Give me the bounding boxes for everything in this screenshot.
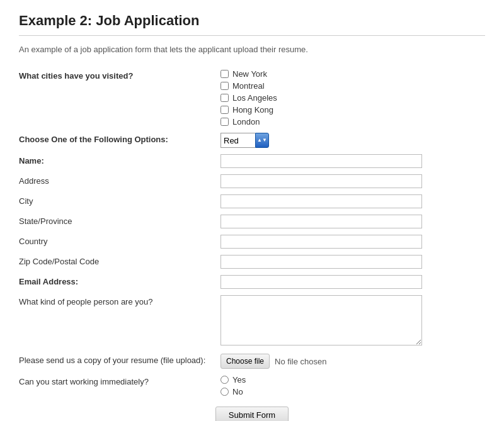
name-row: Name: [19, 154, 485, 168]
job-application-form: What cities have you visited? New York M… [19, 69, 485, 421]
country-label: Country [19, 235, 220, 246]
country-control [220, 235, 485, 249]
list-item[interactable]: Los Angeles [220, 93, 485, 103]
list-item[interactable]: Hong Kong [220, 105, 485, 115]
cities-row: What cities have you visited? New York M… [19, 69, 485, 126]
city-london-label: London [232, 117, 260, 126]
address-row: Address [19, 174, 485, 188]
list-item[interactable]: Yes [220, 375, 485, 385]
city-row: City [19, 194, 485, 208]
people-row: What kind of people person are you? [19, 295, 485, 347]
zip-row: Zip Code/Postal Code [19, 255, 485, 269]
page-title: Example 2: Job Application [19, 13, 485, 29]
submit-row: Submit Form [19, 407, 485, 421]
color-select[interactable]: Red Blue Green Yellow [220, 133, 255, 148]
yes-label: Yes [232, 375, 246, 385]
address-input[interactable] [220, 174, 422, 188]
people-label: What kind of people person are you? [19, 295, 220, 306]
list-item[interactable]: Montreal [220, 81, 485, 91]
divider [19, 35, 485, 36]
state-input[interactable] [220, 215, 422, 228]
options-label: Choose One of the Following Options: [19, 133, 220, 144]
file-upload-area: Choose file No file chosen [220, 354, 485, 369]
checkbox-london[interactable] [220, 118, 229, 126]
options-control: Red Blue Green Yellow [220, 133, 485, 148]
start-label: Can you start working immediately? [19, 375, 220, 386]
color-select-wrapper: Red Blue Green Yellow [220, 133, 485, 148]
start-row: Can you start working immediately? Yes N… [19, 375, 485, 396]
list-item[interactable]: London [220, 117, 485, 126]
email-control [220, 275, 485, 289]
select-arrow-icon[interactable] [255, 133, 269, 148]
email-row: Email Address: [19, 275, 485, 289]
state-control [220, 215, 485, 228]
address-label: Address [19, 174, 220, 186]
submit-button[interactable]: Submit Form [215, 407, 289, 421]
city-label: City [19, 194, 220, 206]
list-item[interactable]: No [220, 387, 485, 396]
radio-no[interactable] [220, 388, 229, 396]
city-montreal-label: Montreal [232, 81, 265, 91]
resume-row: Please send us a copy of your resume (fi… [19, 354, 485, 369]
checkbox-new-york[interactable] [220, 70, 229, 78]
city-hong-kong-label: Hong Kong [232, 105, 273, 115]
zip-input[interactable] [220, 255, 422, 269]
name-label: Name: [19, 154, 220, 166]
checkbox-los-angeles[interactable] [220, 94, 229, 102]
zip-control [220, 255, 485, 269]
state-label: State/Province [19, 215, 220, 226]
cities-label: What cities have you visited? [19, 69, 220, 81]
zip-label: Zip Code/Postal Code [19, 255, 220, 266]
state-row: State/Province [19, 215, 485, 228]
city-los-angeles-label: Los Angeles [232, 93, 277, 103]
people-control [220, 295, 485, 347]
name-control [220, 154, 485, 168]
country-row: Country [19, 235, 485, 249]
checkbox-group-cities: New York Montreal Los Angeles Hong Kong … [220, 69, 485, 126]
start-control: Yes No [220, 375, 485, 396]
radio-yes[interactable] [220, 376, 229, 384]
options-row: Choose One of the Following Options: Red… [19, 133, 485, 148]
city-input[interactable] [220, 194, 422, 208]
resume-control: Choose file No file chosen [220, 354, 485, 369]
email-input[interactable] [220, 275, 422, 289]
no-file-label: No file chosen [275, 357, 326, 366]
country-input[interactable] [220, 235, 422, 249]
city-new-york-label: New York [232, 69, 267, 79]
name-input[interactable] [220, 154, 422, 168]
radio-group-start: Yes No [220, 375, 485, 396]
list-item[interactable]: New York [220, 69, 485, 79]
checkbox-montreal[interactable] [220, 82, 229, 90]
cities-checkboxes: New York Montreal Los Angeles Hong Kong … [220, 69, 485, 126]
checkbox-hong-kong[interactable] [220, 106, 229, 114]
page-subtitle: An example of a job application form tha… [19, 45, 485, 54]
people-textarea[interactable] [220, 295, 422, 345]
resume-label: Please send us a copy of your resume (fi… [19, 354, 220, 365]
city-control [220, 194, 485, 208]
choose-file-button[interactable]: Choose file [220, 354, 270, 369]
address-control [220, 174, 485, 188]
email-label: Email Address: [19, 275, 220, 286]
no-label: No [232, 387, 243, 396]
